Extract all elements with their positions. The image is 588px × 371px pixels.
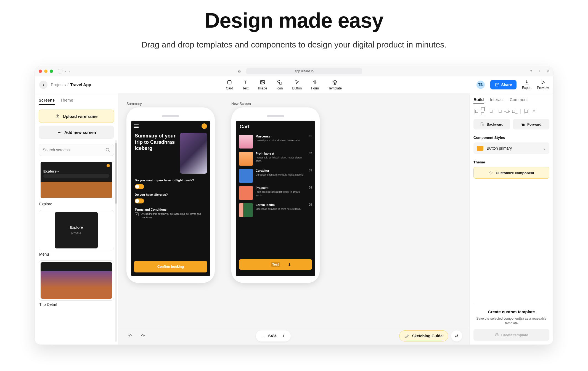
sidebar-toggle-icon[interactable] xyxy=(58,69,62,73)
cart-row[interactable]: Lorem ipsumMaecenas convallis in enim ne… xyxy=(236,202,315,219)
left-panel-scrollbar[interactable] xyxy=(115,140,117,342)
align-middle-icon[interactable]: -□- xyxy=(504,108,510,114)
screen-card-trip-detail[interactable] xyxy=(39,260,114,301)
text-icon xyxy=(242,79,248,85)
export-button[interactable]: Export xyxy=(522,80,532,90)
undo-button[interactable]: ↶ xyxy=(125,331,135,341)
preview-button[interactable]: Preview xyxy=(537,80,549,90)
tab-overview-icon[interactable]: ⧉ xyxy=(547,69,549,73)
component-style-select[interactable]: Button primary ⌄ xyxy=(473,142,549,154)
share-icon xyxy=(495,83,499,87)
breadcrumb-leaf[interactable]: Travel App xyxy=(70,82,91,87)
pencil-icon xyxy=(405,334,409,338)
tab-comment[interactable]: Comment xyxy=(510,97,528,104)
customize-component-button[interactable]: Customize component xyxy=(473,167,549,179)
tab-screens[interactable]: Screens xyxy=(39,98,55,105)
minimize-window-icon[interactable] xyxy=(44,70,47,73)
maximize-window-icon[interactable] xyxy=(50,70,53,73)
avatar[interactable]: TB xyxy=(476,81,485,89)
tool-template[interactable]: Template xyxy=(328,79,342,90)
cart-row[interactable]: Proin laoreetPraesent id sollicitudin di… xyxy=(236,150,315,167)
card-icon xyxy=(226,79,232,85)
share-os-icon[interactable]: ⇪ xyxy=(530,69,533,73)
screen-card-menu[interactable]: Explore Profile xyxy=(39,210,114,250)
cart-item-title: Praesent xyxy=(256,186,304,189)
terms-checkbox[interactable]: ✓ xyxy=(135,212,139,216)
zoom-level: 64% xyxy=(268,333,277,338)
tool-card[interactable]: Card xyxy=(226,79,233,90)
svg-point-6 xyxy=(457,335,458,335)
reader-mode-icon[interactable]: ◐ xyxy=(238,69,241,73)
backward-label: Backward xyxy=(487,122,504,126)
confirm-booking-button[interactable]: Confirm booking xyxy=(134,261,207,272)
tool-icon[interactable]: Icon xyxy=(277,79,283,90)
tool-text[interactable]: Text xyxy=(242,79,248,90)
hero-title: Design made easy xyxy=(0,8,588,32)
align-top-icon[interactable]: ‾□ xyxy=(497,108,502,114)
cart-row[interactable]: PraesentProin laoreet consequat turpis, … xyxy=(236,184,315,202)
align-right-icon[interactable]: □| xyxy=(489,108,494,114)
create-template-title: Create custom template xyxy=(473,309,549,314)
terms-text: By clicking this button you are acceptin… xyxy=(141,212,206,219)
toggle-meals[interactable] xyxy=(135,184,144,189)
distribute-v-icon[interactable]: ≡ xyxy=(531,108,537,114)
tool-text-label: Text xyxy=(242,86,248,90)
hamburger-icon[interactable] xyxy=(134,124,139,128)
bring-forward-button[interactable]: Forward xyxy=(513,119,550,129)
nav-forward-icon[interactable]: › xyxy=(69,69,70,73)
zoom-in-button[interactable]: ＋ xyxy=(282,333,286,338)
export-label: Export xyxy=(522,86,532,90)
tool-button[interactable]: Button xyxy=(292,79,302,90)
traffic-lights xyxy=(39,70,53,73)
app-header: ‹ Projects / Travel App Card Text Image … xyxy=(35,76,553,93)
tab-theme[interactable]: Theme xyxy=(60,98,73,105)
phone-speaker-icon xyxy=(267,115,284,117)
svg-rect-9 xyxy=(482,124,484,126)
cart-cta-button[interactable]: Test 𝙸 xyxy=(239,259,312,270)
breadcrumb-root[interactable]: Projects xyxy=(51,82,66,87)
marketing-hero: Design made easy Drag and drop templates… xyxy=(0,0,588,49)
tab-interact[interactable]: Interact xyxy=(490,97,504,104)
cart-item-index: 04 xyxy=(307,186,312,189)
toggle-allergies[interactable] xyxy=(135,198,144,203)
search-icon xyxy=(105,147,110,152)
right-tabs: Build Interact Comment xyxy=(473,97,549,104)
cart-row[interactable]: CurabiturCurabitur bibendum vehicula nis… xyxy=(236,167,315,184)
cart-item-title: Lorem ipsum xyxy=(256,203,304,206)
address-bar[interactable]: app.uizard.io xyxy=(246,68,362,74)
align-bottom-icon[interactable]: □_ xyxy=(512,108,518,114)
create-template-button[interactable]: Create template xyxy=(473,329,549,341)
tool-image[interactable]: Image xyxy=(258,79,267,90)
nav-back-icon[interactable]: ‹ xyxy=(65,69,66,73)
zoom-out-button[interactable]: − xyxy=(261,333,263,338)
share-button[interactable]: Share xyxy=(490,80,517,89)
tab-build[interactable]: Build xyxy=(473,97,484,104)
tool-button-label: Button xyxy=(292,86,302,90)
send-backward-icon xyxy=(480,122,484,126)
back-button[interactable]: ‹ xyxy=(39,81,47,89)
add-screen-button[interactable]: ＋ Add new screen xyxy=(39,126,114,139)
close-window-icon[interactable] xyxy=(39,70,42,73)
sketching-guide-button[interactable]: Sketching Guide xyxy=(399,330,448,341)
layers-icon xyxy=(495,333,499,337)
tool-template-label: Template xyxy=(328,86,342,90)
new-tab-icon[interactable]: ＋ xyxy=(538,69,541,73)
canvas[interactable]: Summary Summary of your trip to Caradhra… xyxy=(118,93,469,344)
send-backward-button[interactable]: Backward xyxy=(473,119,510,129)
search-input[interactable] xyxy=(39,144,114,156)
distribute-h-icon[interactable]: |□| xyxy=(523,108,529,114)
artboard-summary[interactable]: Summary Summary of your trip to Caradhra… xyxy=(126,102,215,283)
preview-label: Preview xyxy=(537,86,549,90)
canvas-settings-button[interactable] xyxy=(451,330,462,341)
upload-wireframe-button[interactable]: Upload wireframe xyxy=(39,110,114,123)
artboard-cart[interactable]: New Screen Cart MaecenasLorem ipsum dolo… xyxy=(231,102,320,283)
align-center-h-icon[interactable]: □|□ xyxy=(481,108,487,114)
cart-row[interactable]: MaecenasLorem ipsum dolor sit amet, cons… xyxy=(236,133,315,150)
app-body: Screens Theme Upload wireframe ＋ Add new… xyxy=(35,93,553,344)
tool-form[interactable]: Form xyxy=(311,79,319,90)
cursor-icon xyxy=(294,79,300,85)
user-avatar-icon[interactable] xyxy=(202,123,207,129)
screen-card-explore[interactable]: Explore - xyxy=(39,160,114,200)
redo-button[interactable]: ↷ xyxy=(138,331,147,341)
align-left-icon[interactable]: |□ xyxy=(473,108,479,114)
